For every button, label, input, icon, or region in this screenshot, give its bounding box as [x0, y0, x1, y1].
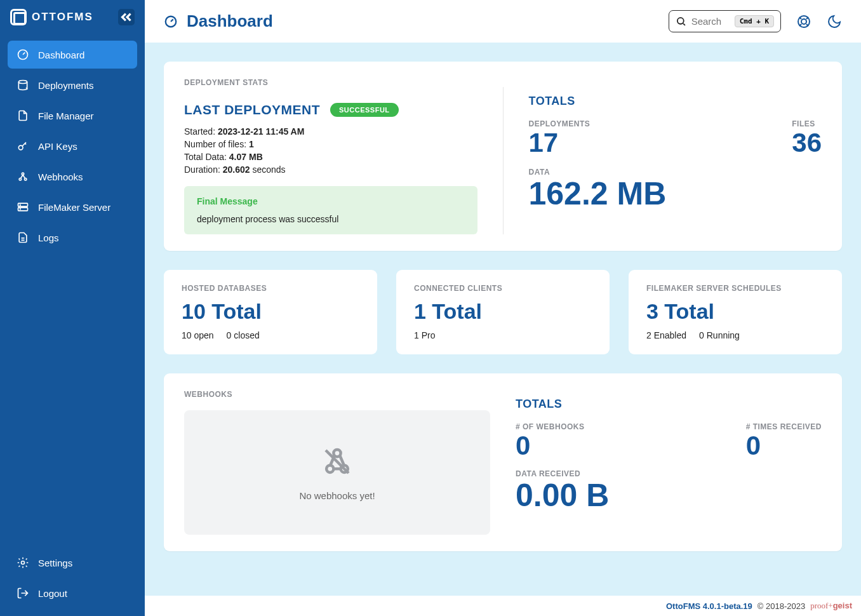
help-button[interactable] — [796, 14, 811, 29]
last-deployment-title: LAST DEPLOYMENT — [184, 102, 320, 117]
final-message-box: Final Message deployment process was suc… — [184, 186, 477, 234]
sidebar-item-label: Webhooks — [38, 171, 83, 182]
total-webhook-data: DATA RECEIVED 0.00 B — [516, 469, 822, 513]
sidebar-item-file-manager[interactable]: File Manager — [8, 102, 137, 130]
connected-clients-card: CONNECTED CLIENTS 1 Total 1 Pro — [396, 270, 610, 354]
sidebar-item-settings[interactable]: Settings — [8, 549, 137, 577]
totals-title: TOTALS — [516, 398, 822, 411]
webhooks-empty-state: No webhooks yet! — [184, 410, 490, 535]
sidebar-item-dashboard[interactable]: Dashboard — [8, 41, 137, 69]
svg-point-17 — [333, 449, 340, 456]
sidebar-header: OTTOFMS — [8, 9, 137, 25]
logs-icon — [17, 231, 29, 244]
sidebar-item-label: FileMaker Server — [38, 202, 110, 213]
svg-point-1 — [18, 81, 27, 84]
svg-point-9 — [20, 209, 20, 210]
server-icon — [17, 201, 29, 213]
search-box[interactable]: Cmd + K — [669, 10, 781, 32]
sidebar-item-label: File Manager — [38, 110, 94, 121]
key-icon — [17, 140, 29, 152]
search-icon — [676, 16, 686, 27]
sidebar-item-deployments[interactable]: Deployments — [8, 71, 137, 99]
total-webhook-times: # TIMES RECEIVED 0 — [746, 422, 822, 460]
stat-files: Number of files: 1 — [184, 139, 477, 149]
database-icon — [17, 79, 29, 91]
sidebar-item-label: Dashboard — [38, 50, 84, 60]
main-content: DEPLOYMENT STATS LAST DEPLOYMENT SUCCESS… — [145, 43, 861, 616]
total-data: DATA 162.2 MB — [529, 168, 822, 211]
gauge-icon — [164, 15, 178, 29]
sidebar-item-filemaker-server[interactable]: FileMaker Server — [8, 193, 137, 221]
total-webhook-count: # OF WEBHOOKS 0 — [516, 422, 585, 460]
sidebar-item-label: Settings — [38, 558, 72, 568]
webhooks-card: WEBHOOKS No webhooks yet! TOTALS # OF WE… — [164, 373, 842, 551]
footer-copyright: © 2018-2023 — [758, 601, 805, 611]
app-name: OTTOFMS — [32, 11, 93, 23]
section-label: DEPLOYMENT STATS — [184, 78, 822, 87]
page-title: Dashboard — [187, 11, 273, 31]
app-logo: OTTOFMS — [10, 9, 93, 25]
svg-point-10 — [22, 561, 25, 565]
footer: OttoFMS 4.0.1-beta.19 © 2018-2023 proof+… — [145, 596, 861, 616]
webhooks-empty-text: No webhooks yet! — [299, 490, 375, 501]
svg-point-4 — [25, 178, 27, 180]
final-message-body: deployment process was successful — [197, 214, 465, 224]
stats-row: HOSTED DATABASES 10 Total 10 open0 close… — [164, 270, 842, 354]
svg-point-8 — [20, 204, 20, 205]
gauge-icon — [17, 48, 29, 61]
last-deployment-panel: LAST DEPLOYMENT SUCCESSFUL Started: 2023… — [184, 87, 477, 234]
logout-icon — [17, 587, 29, 599]
file-icon — [17, 109, 29, 122]
sidebar-item-label: Logout — [38, 588, 67, 599]
sidebar-item-api-keys[interactable]: API Keys — [8, 132, 137, 160]
total-files: FILES 36 — [792, 119, 822, 157]
theme-toggle-button[interactable] — [827, 14, 842, 29]
chevron-double-left-icon — [118, 9, 135, 25]
footer-brand[interactable]: proof+geist — [810, 601, 852, 611]
svg-point-12 — [677, 18, 683, 24]
nav: Dashboard Deployments File Manager API K… — [8, 41, 137, 251]
svg-point-3 — [19, 178, 21, 180]
deployment-totals-panel: TOTALS DEPLOYMENTS 17 FILES 36 DATA 162.… — [503, 87, 822, 234]
sidebar: OTTOFMS Dashboard Deployments File Manag… — [0, 0, 145, 616]
sidebar-item-label: API Keys — [38, 141, 77, 152]
gear-icon — [17, 556, 29, 569]
totals-title: TOTALS — [529, 95, 822, 108]
section-label: WEBHOOKS — [184, 390, 490, 399]
header-right: Cmd + K — [669, 10, 842, 32]
svg-point-14 — [801, 19, 806, 24]
sidebar-bottom: Settings Logout — [8, 549, 137, 607]
logo-icon — [10, 9, 27, 25]
total-deployments: DEPLOYMENTS 17 — [529, 119, 591, 157]
search-kbd: Cmd + K — [735, 15, 774, 27]
header-left: Dashboard — [164, 11, 273, 31]
sidebar-item-label: Logs — [38, 232, 59, 243]
sidebar-item-logs[interactable]: Logs — [8, 224, 137, 251]
sidebar-item-webhooks[interactable]: Webhooks — [8, 163, 137, 191]
final-message-title: Final Message — [197, 196, 465, 206]
search-input[interactable] — [691, 16, 730, 27]
svg-point-5 — [22, 173, 23, 175]
collapse-sidebar-button[interactable] — [118, 9, 135, 25]
deployment-stats-card: DEPLOYMENT STATS LAST DEPLOYMENT SUCCESS… — [164, 62, 842, 251]
status-badge: SUCCESSFUL — [330, 103, 399, 117]
webhook-icon — [17, 170, 29, 183]
stat-started: Started: 2023-12-21 11:45 AM — [184, 126, 477, 137]
footer-version[interactable]: OttoFMS 4.0.1-beta.19 — [666, 601, 752, 611]
sidebar-item-logout[interactable]: Logout — [8, 579, 137, 607]
svg-point-15 — [326, 465, 333, 472]
webhooks-totals-panel: TOTALS # OF WEBHOOKS 0 # TIMES RECEIVED … — [516, 390, 822, 535]
header: Dashboard Cmd + K — [145, 0, 861, 43]
sidebar-item-label: Deployments — [38, 80, 94, 91]
stat-duration: Duration: 20.602 seconds — [184, 164, 477, 175]
stat-data: Total Data: 4.07 MB — [184, 152, 477, 162]
schedules-card: FILEMAKER SERVER SCHEDULES 3 Total 2 Ena… — [629, 270, 842, 354]
webhook-off-icon — [320, 445, 354, 479]
svg-point-2 — [18, 145, 23, 150]
hosted-databases-card: HOSTED DATABASES 10 Total 10 open0 close… — [164, 270, 377, 354]
